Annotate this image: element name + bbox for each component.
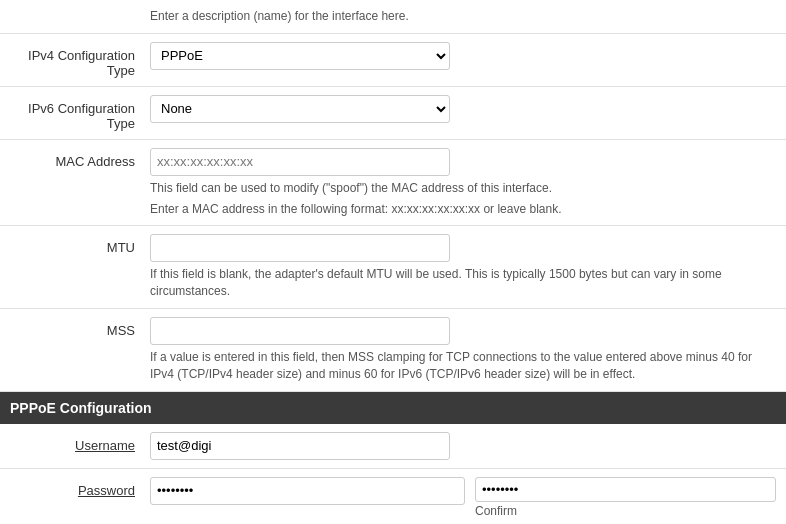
- mtu-row: MTU If this field is blank, the adapter'…: [0, 226, 786, 309]
- mtu-label: MTU: [10, 234, 150, 255]
- password-inputs: Confirm: [150, 477, 776, 518]
- mtu-input[interactable]: [150, 234, 450, 262]
- mss-label: MSS: [10, 317, 150, 338]
- password-input[interactable]: [150, 477, 465, 505]
- password-content: Confirm: [150, 477, 776, 518]
- mac-hint1: This field can be used to modify ("spoof…: [150, 180, 776, 197]
- mss-row: MSS If a value is entered in this field,…: [0, 309, 786, 392]
- ipv6-content: None DHCP Static PPPoE: [150, 95, 776, 123]
- ipv6-row: IPv6 Configuration Type None DHCP Static…: [0, 87, 786, 140]
- mtu-hint: If this field is blank, the adapter's de…: [150, 266, 776, 300]
- mac-hint2: Enter a MAC address in the following for…: [150, 201, 776, 218]
- mtu-content: If this field is blank, the adapter's de…: [150, 234, 776, 300]
- mac-row: MAC Address This field can be used to mo…: [0, 140, 786, 227]
- mss-input[interactable]: [150, 317, 450, 345]
- username-row: Username: [0, 424, 786, 469]
- mac-input[interactable]: [150, 148, 450, 176]
- ipv6-label: IPv6 Configuration Type: [10, 95, 150, 131]
- ipv4-content: PPPoE DHCP Static None: [150, 42, 776, 70]
- mss-hint: If a value is entered in this field, the…: [150, 349, 776, 383]
- ipv4-row: IPv4 Configuration Type PPPoE DHCP Stati…: [0, 34, 786, 87]
- description-hint: Enter a description (name) for the inter…: [150, 8, 776, 25]
- description-content: Enter a description (name) for the inter…: [150, 8, 776, 25]
- username-content: [150, 432, 776, 460]
- confirm-label: Confirm: [475, 504, 776, 518]
- password-label: Password: [10, 477, 150, 498]
- username-label: Username: [10, 432, 150, 453]
- pppoe-section-header: PPPoE Configuration: [0, 392, 786, 424]
- mac-label: MAC Address: [10, 148, 150, 169]
- ipv4-label: IPv4 Configuration Type: [10, 42, 150, 78]
- password-confirm-input[interactable]: [475, 477, 776, 502]
- ipv4-select[interactable]: PPPoE DHCP Static None: [150, 42, 450, 70]
- ipv6-select[interactable]: None DHCP Static PPPoE: [150, 95, 450, 123]
- mss-content: If a value is entered in this field, the…: [150, 317, 776, 383]
- description-label: [10, 8, 150, 14]
- pppoe-section-title: PPPoE Configuration: [10, 400, 152, 416]
- form-container: Enter a description (name) for the inter…: [0, 0, 786, 524]
- username-input[interactable]: [150, 432, 450, 460]
- confirm-col: Confirm: [475, 477, 776, 518]
- password-row: Password Confirm: [0, 469, 786, 524]
- description-row: Enter a description (name) for the inter…: [0, 0, 786, 34]
- mac-content: This field can be used to modify ("spoof…: [150, 148, 776, 218]
